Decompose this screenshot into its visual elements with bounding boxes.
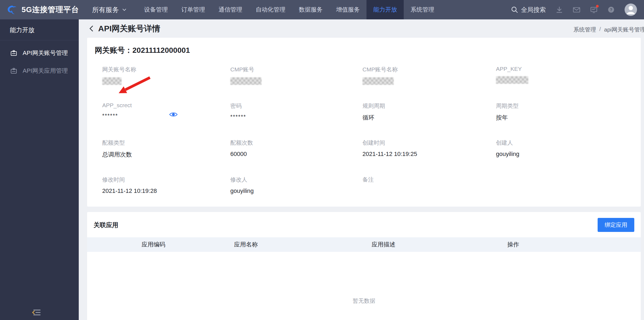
field-rule-period: 规则周期 循环	[362, 102, 496, 122]
field-cmp-account-name: CMP账号名称	[362, 66, 496, 85]
field-modifier: 修改人 gouyiling	[230, 176, 362, 195]
nav-item-device[interactable]: 设备管理	[137, 0, 174, 19]
chevron-down-icon	[122, 8, 126, 12]
main-content: API网关账号详情 系统管理 / api网关账号管理 网关账号：20211112…	[79, 19, 644, 320]
column-app-code: 应用编码	[87, 241, 234, 249]
clipboard-icon	[10, 67, 17, 74]
field-gateway-account-name: 网关账号名称	[102, 66, 230, 85]
nav-item-automation[interactable]: 自动化管理	[249, 0, 292, 19]
brand: 5G连接管理平台	[0, 0, 90, 19]
field-quota-count: 配额次数 60000	[230, 139, 362, 159]
top-navbar: 5G连接管理平台 所有服务 设备管理 订单管理 通信管理 自动化管理 数据服务 …	[0, 0, 644, 19]
nav-item-order[interactable]: 订单管理	[174, 0, 212, 19]
sidebar-item-api-gateway-account[interactable]: API网关账号管理	[0, 44, 79, 62]
gateway-account-detail-card: 网关账号：20211112000001 网关账号名称 CMP账号 CMP账号名称…	[87, 38, 641, 207]
sidebar-title: 能力开放	[0, 19, 79, 40]
field-modify-time: 修改时间 2021-11-12 10:19:28	[102, 176, 230, 195]
mail-icon[interactable]	[573, 6, 580, 13]
clipboard-icon	[10, 50, 17, 57]
field-creator: 创建人 gouyiling	[496, 139, 634, 159]
nav-item-capability-open[interactable]: 能力开放	[366, 0, 404, 19]
help-icon[interactable]: ?	[607, 6, 615, 13]
sidebar: 能力开放 API网关账号管理 API网关应用管理	[0, 19, 79, 320]
field-remark: 备注	[362, 176, 496, 195]
sidebar-item-api-gateway-app[interactable]: API网关应用管理	[0, 62, 79, 80]
column-app-name: 应用名称	[234, 241, 372, 249]
empty-state-text: 暂无数据	[87, 297, 641, 305]
all-services-menu[interactable]: 所有服务	[90, 0, 137, 19]
related-apps-table-header: 应用编码 应用名称 应用描述 操作	[87, 237, 641, 252]
redacted-value	[230, 77, 262, 85]
app-title: 5G连接管理平台	[22, 5, 79, 15]
field-app-secret: APP_screct ******	[102, 102, 230, 122]
field-create-time: 创建时间 2021-11-12 10:19:25	[362, 139, 496, 159]
nav-item-data-service[interactable]: 数据服务	[292, 0, 329, 19]
nav-item-system[interactable]: 系统管理	[404, 0, 441, 19]
column-app-description: 应用描述	[372, 241, 507, 249]
sidebar-collapse-icon[interactable]	[31, 308, 42, 317]
eye-icon[interactable]	[169, 112, 178, 117]
field-period-type: 周期类型 按年	[496, 102, 634, 122]
redacted-value	[102, 77, 122, 85]
search-icon	[511, 6, 518, 13]
breadcrumb-current: api网关账号管理	[604, 26, 644, 33]
brand-logo-icon	[5, 4, 18, 16]
bind-app-button[interactable]: 绑定应用	[598, 218, 634, 232]
back-icon[interactable]	[88, 25, 94, 32]
svg-text:?: ?	[610, 7, 612, 12]
redacted-value	[496, 76, 528, 84]
field-password: 密码 ******	[230, 102, 362, 122]
breadcrumb: 系统管理 / api网关账号管理	[573, 26, 644, 33]
monitor-icon[interactable]	[590, 6, 598, 13]
breadcrumb-system[interactable]: 系统管理	[573, 26, 596, 33]
navbar-right-tools: 全局搜索 ?	[511, 0, 644, 19]
download-icon[interactable]	[556, 6, 563, 13]
related-apps-title: 关联应用	[94, 221, 118, 229]
column-actions: 操作	[507, 241, 641, 249]
nav-item-communication[interactable]: 通信管理	[212, 0, 249, 19]
field-cmp-account: CMP账号	[230, 66, 362, 85]
nav-menu: 设备管理 订单管理 通信管理 自动化管理 数据服务 增值服务 能力开放 系统管理	[137, 0, 441, 19]
gateway-account-number: 网关账号：20211112000001	[94, 45, 634, 55]
related-apps-card: 关联应用 绑定应用 应用编码 应用名称 应用描述 操作 暂无数据	[87, 212, 641, 320]
redacted-value	[362, 77, 394, 85]
avatar[interactable]	[625, 4, 637, 16]
field-quota-type: 配额类型 总调用次数	[102, 139, 230, 159]
field-app-key: APP_KEY	[496, 66, 634, 85]
detail-fields: 网关账号名称 CMP账号 CMP账号名称 APP_KEY APP_screct …	[102, 66, 634, 195]
notification-dot	[596, 5, 599, 8]
page-header: API网关账号详情 系统管理 / api网关账号管理	[79, 19, 644, 38]
global-search[interactable]: 全局搜索	[511, 6, 546, 14]
page-title: API网关账号详情	[98, 23, 160, 34]
nav-item-value-added[interactable]: 增值服务	[329, 0, 366, 19]
